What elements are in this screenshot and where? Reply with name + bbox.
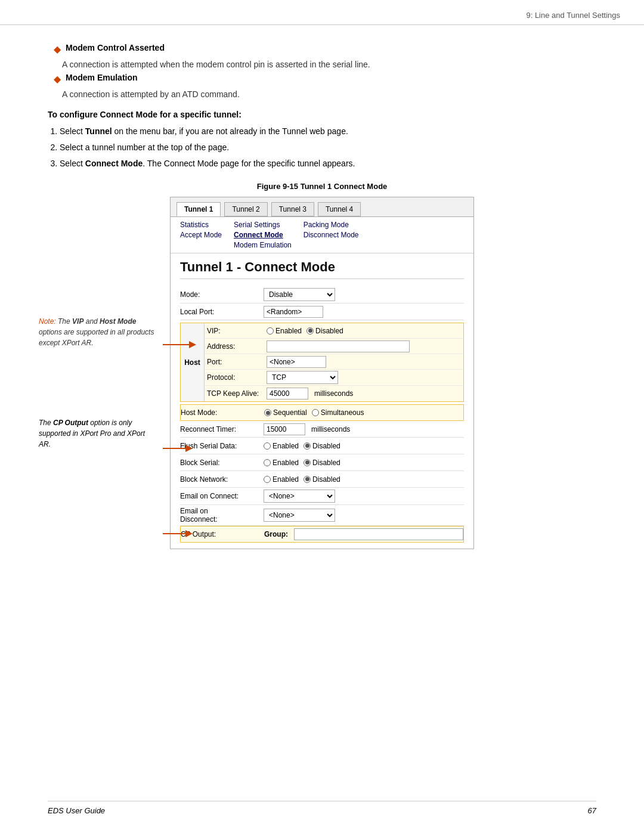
- bullet-title-1: Modem Control Asserted: [66, 43, 165, 52]
- step-1: Select Tunnel on the menu bar, if you ar…: [60, 125, 596, 138]
- nav-serial-settings[interactable]: Serial Settings: [234, 221, 292, 229]
- bullet-item-2: ◆ Modem Emulation: [48, 73, 596, 85]
- figure-caption: Figure 9-15 Tunnel 1 Connect Mode: [257, 182, 388, 191]
- form-panel: Tunnel 1 - Connect Mode Mode: Disable Lo…: [171, 253, 473, 549]
- block-serial-row: Block Serial: Enabled Disabled: [180, 454, 464, 471]
- vip-row: VIP: Enabled: [205, 323, 463, 339]
- nav-statistics[interactable]: Statistics: [180, 221, 222, 229]
- bullet-text-2: Modem Emulation: [66, 73, 138, 82]
- address-value: [267, 340, 461, 352]
- host-mode-sequential-radio[interactable]: [264, 409, 271, 416]
- nav-disconnect-mode[interactable]: Disconnect Mode: [304, 231, 359, 239]
- block-serial-disabled-label: Disabled: [312, 459, 340, 467]
- nav-col-1: Statistics Accept Mode: [180, 221, 222, 249]
- nav-connect-mode[interactable]: Connect Mode: [234, 231, 292, 239]
- tab-tunnel1[interactable]: Tunnel 1: [177, 202, 221, 216]
- block-serial-enabled-radio[interactable]: [264, 459, 271, 466]
- host-mode-sequential-item: Sequential: [264, 408, 307, 417]
- block-network-enabled-label: Enabled: [273, 475, 299, 484]
- tcp-keep-alive-row: TCP Keep Alive: milliseconds: [205, 386, 463, 401]
- steps-list: Select Tunnel on the menu bar, if you ar…: [60, 125, 596, 170]
- footer-left: EDS User Guide: [48, 806, 105, 815]
- protocol-value: TCP: [267, 371, 461, 384]
- nav-col-3: Packing Mode Disconnect Mode: [304, 221, 359, 249]
- tab-tunnel3[interactable]: Tunnel 3: [271, 202, 314, 216]
- block-network-disabled-radio[interactable]: [304, 476, 311, 483]
- vip-enabled-label: Enabled: [275, 327, 302, 335]
- reconnect-timer-row: Reconnect Timer: milliseconds: [180, 421, 464, 438]
- flush-serial-enabled-radio[interactable]: [264, 442, 271, 450]
- note-label: Note:: [39, 317, 56, 326]
- note-area-2: The CP Output option is only supported i…: [39, 417, 158, 450]
- block-network-enabled-radio[interactable]: [264, 476, 271, 483]
- protocol-select[interactable]: TCP: [267, 371, 338, 384]
- host-mode-simultaneous-radio[interactable]: [312, 409, 319, 416]
- block-serial-label: Block Serial:: [180, 459, 264, 467]
- cp-group-input[interactable]: [294, 528, 463, 540]
- figure-wrapper: Note: The VIP and Host Mode options are …: [170, 197, 474, 549]
- email-disconnect-select[interactable]: <None>: [264, 509, 335, 522]
- host-mode-sequential-label: Sequential: [273, 408, 307, 417]
- host-group: Host VIP: Enabled: [180, 323, 464, 402]
- nav-modem-emulation[interactable]: Modem Emulation: [234, 241, 292, 249]
- block-serial-radio-group: Enabled Disabled: [264, 459, 340, 467]
- block-serial-value: Enabled Disabled: [264, 459, 464, 467]
- bullet-item-1: ◆ Modem Control Asserted: [48, 43, 596, 55]
- host-mode-simultaneous-label: Simultaneous: [321, 408, 364, 417]
- mode-label: Mode:: [180, 290, 264, 299]
- nav-links: Statistics Accept Mode Serial Settings C…: [171, 217, 473, 253]
- figure-section: Figure 9-15 Tunnel 1 Connect Mode Note: …: [48, 182, 596, 549]
- tab-tunnel2[interactable]: Tunnel 2: [224, 202, 267, 216]
- vip-enabled-radio[interactable]: [267, 327, 274, 335]
- flush-serial-disabled-radio[interactable]: [304, 442, 311, 450]
- reconnect-timer-value: milliseconds: [264, 423, 464, 435]
- note-area: Note: The VIP and Host Mode options are …: [39, 316, 158, 348]
- flush-serial-radio-group: Enabled Disabled: [264, 442, 340, 450]
- step-2: Select a tunnel number at the top of the…: [60, 141, 596, 154]
- address-row: Address:: [205, 339, 463, 354]
- port-value: [267, 356, 461, 368]
- host-group-header: Host VIP: Enabled: [181, 323, 463, 401]
- email-connect-value: <None>: [264, 490, 464, 503]
- bullet-desc-2: A connection is attempted by an ATD comm…: [62, 89, 596, 99]
- vip-disabled-label: Disabled: [315, 327, 343, 335]
- local-port-row: Local Port:: [180, 304, 464, 320]
- nav-packing-mode[interactable]: Packing Mode: [304, 221, 359, 229]
- vip-value: Enabled Disabled: [267, 327, 461, 335]
- block-serial-disabled-radio[interactable]: [304, 459, 311, 466]
- port-input[interactable]: [267, 356, 326, 368]
- cp-output-row: CP Output: Group:: [180, 526, 464, 543]
- block-serial-enabled-label: Enabled: [273, 459, 299, 467]
- block-network-disabled-label: Disabled: [312, 475, 340, 484]
- bullet-title-2: Modem Emulation: [66, 73, 138, 82]
- page-content: ◆ Modem Control Asserted A connection is…: [0, 25, 644, 597]
- email-connect-select[interactable]: <None>: [264, 490, 335, 503]
- tab-bar: Tunnel 1 Tunnel 2 Tunnel 3 Tunnel 4: [171, 197, 473, 217]
- bullet-section: ◆ Modem Control Asserted A connection is…: [48, 43, 596, 99]
- block-serial-enabled-item: Enabled: [264, 459, 299, 467]
- bullet-text-1: Modem Control Asserted: [66, 43, 165, 52]
- step-3: Select Connect Mode. The Connect Mode pa…: [60, 157, 596, 170]
- reconnect-ms: milliseconds: [311, 425, 350, 433]
- block-network-row: Block Network: Enabled Disabled: [180, 471, 464, 488]
- vip-disabled-radio[interactable]: [306, 327, 314, 335]
- host-mode-value: Sequential Simultaneous: [264, 408, 463, 417]
- address-input[interactable]: [267, 340, 410, 352]
- block-network-label: Block Network:: [180, 475, 264, 484]
- tcp-keep-alive-ms: milliseconds: [314, 389, 353, 398]
- nav-accept-mode[interactable]: Accept Mode: [180, 231, 222, 239]
- mode-value: Disable: [264, 288, 464, 301]
- page-footer: EDS User Guide 67: [48, 801, 596, 815]
- protocol-row: Protocol: TCP: [205, 370, 463, 386]
- flush-serial-disabled-item: Disabled: [304, 442, 340, 450]
- tab-tunnel4[interactable]: Tunnel 4: [318, 202, 361, 216]
- local-port-input[interactable]: [264, 306, 323, 318]
- tcp-keep-alive-input[interactable]: [267, 388, 308, 400]
- local-port-value: [264, 306, 464, 318]
- mode-row: Mode: Disable: [180, 286, 464, 304]
- email-disconnect-label: Email onDisconnect:: [180, 507, 264, 524]
- flush-serial-enabled-item: Enabled: [264, 442, 299, 450]
- mode-select[interactable]: Disable: [264, 288, 335, 301]
- flush-serial-value: Enabled Disabled: [264, 442, 464, 450]
- reconnect-timer-input[interactable]: [264, 423, 305, 435]
